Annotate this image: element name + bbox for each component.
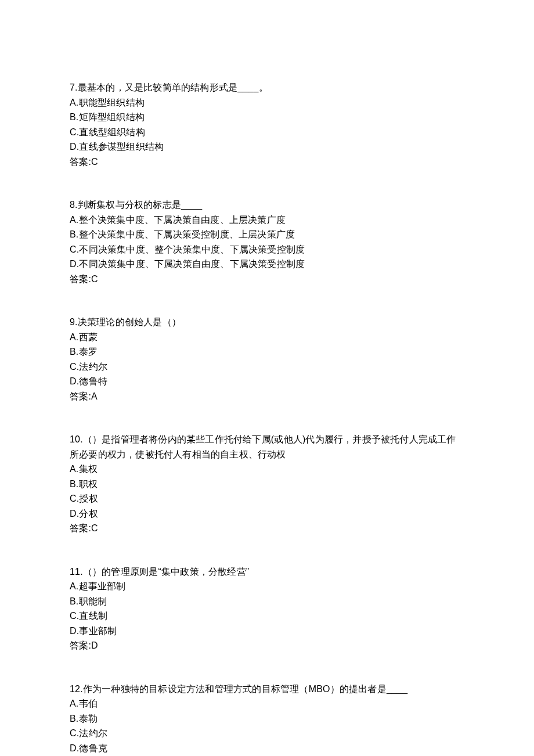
option-d: D.分权 (70, 506, 464, 521)
question-text: 作为一种独特的目标设定方法和管理方式的目标管理（MBO）的提出者是____ (83, 684, 407, 694)
question-number: 12. (70, 684, 83, 694)
option-a: A.西蒙 (70, 330, 464, 345)
option-c: C.法约尔 (70, 726, 464, 741)
question-stem: 7.最基本的，又是比较简单的结构形式是____。 (70, 80, 464, 95)
option-b: B.泰勒 (70, 711, 464, 726)
question-9: 9.决策理论的创始人是（） A.西蒙 B.泰罗 C.法约尔 D.德鲁特 答案:A (70, 315, 464, 404)
option-d: D.直线参谋型组织结构 (70, 139, 464, 154)
question-text: （）的管理原则是“集中政策，分散经营” (83, 567, 249, 577)
question-text: 最基本的，又是比较简单的结构形式是____。 (78, 82, 268, 92)
option-b: B.职能制 (70, 594, 464, 609)
answer: 答案:D (70, 638, 464, 653)
question-number: 8. (70, 200, 78, 210)
answer: 答案:A (70, 389, 464, 404)
option-b: B.矩阵型组织结构 (70, 110, 464, 125)
option-b: B.整个决策集中度、下属决策受控制度、上层决策广度 (70, 227, 464, 242)
question-8: 8.判断集权与分权的标志是____ A.整个决策集中度、下属决策自由度、上层决策… (70, 197, 464, 286)
option-c: C.直线型组织结构 (70, 125, 464, 140)
question-stem: 11.（）的管理原则是“集中政策，分散经营” (70, 564, 464, 579)
question-stem: 8.判断集权与分权的标志是____ (70, 197, 464, 213)
option-c: C.直线制 (70, 609, 464, 624)
option-b: B.职权 (70, 477, 464, 492)
option-a: A.职能型组织结构 (70, 95, 464, 110)
option-a: A.韦伯 (70, 696, 464, 711)
document-page: 7.最基本的，又是比较简单的结构形式是____。 A.职能型组织结构 B.矩阵型… (0, 0, 534, 756)
question-10: 10.（）是指管理者将份内的某些工作托付给下属(或他人)代为履行，并授予被托付人… (70, 432, 464, 536)
option-c: C.法约尔 (70, 359, 464, 375)
answer: 答案:C (70, 154, 464, 170)
option-a: A.整个决策集中度、下属决策自由度、上层决策广度 (70, 213, 464, 228)
answer: 答案:C (70, 521, 464, 536)
option-b: B.泰罗 (70, 344, 464, 359)
question-11: 11.（）的管理原则是“集中政策，分散经营” A.超事业部制 B.职能制 C.直… (70, 564, 464, 653)
question-number: 7. (70, 82, 78, 92)
option-c: C.授权 (70, 491, 464, 506)
question-number: 11. (70, 567, 83, 577)
answer: 答案:C (70, 272, 464, 287)
question-stem: 9.决策理论的创始人是（） (70, 315, 464, 330)
option-d: D.不同决策集中度、下属决策自由度、下属决策受控制度 (70, 257, 464, 272)
question-text: 判断集权与分权的标志是____ (78, 200, 203, 210)
option-a: A.超事业部制 (70, 579, 464, 594)
question-12: 12.作为一种独特的目标设定方法和管理方式的目标管理（MBO）的提出者是____… (70, 682, 464, 757)
option-d: D.德鲁特 (70, 374, 464, 389)
question-stem: 10.（）是指管理者将份内的某些工作托付给下属(或他人)代为履行，并授予被托付人… (70, 432, 464, 462)
option-c: C.不同决策集中度、整个决策集中度、下属决策受控制度 (70, 242, 464, 257)
question-number: 10. (70, 434, 83, 444)
option-d: D.事业部制 (70, 624, 464, 639)
question-text: 决策理论的创始人是（） (78, 317, 181, 327)
question-text: （）是指管理者将份内的某些工作托付给下属(或他人)代为履行，并授予被托付人完成工… (70, 434, 456, 459)
option-d: D.德鲁克 (70, 741, 464, 756)
question-number: 9. (70, 317, 78, 327)
option-a: A.集权 (70, 462, 464, 477)
question-stem: 12.作为一种独特的目标设定方法和管理方式的目标管理（MBO）的提出者是____ (70, 682, 464, 697)
question-7: 7.最基本的，又是比较简单的结构形式是____。 A.职能型组织结构 B.矩阵型… (70, 80, 464, 169)
